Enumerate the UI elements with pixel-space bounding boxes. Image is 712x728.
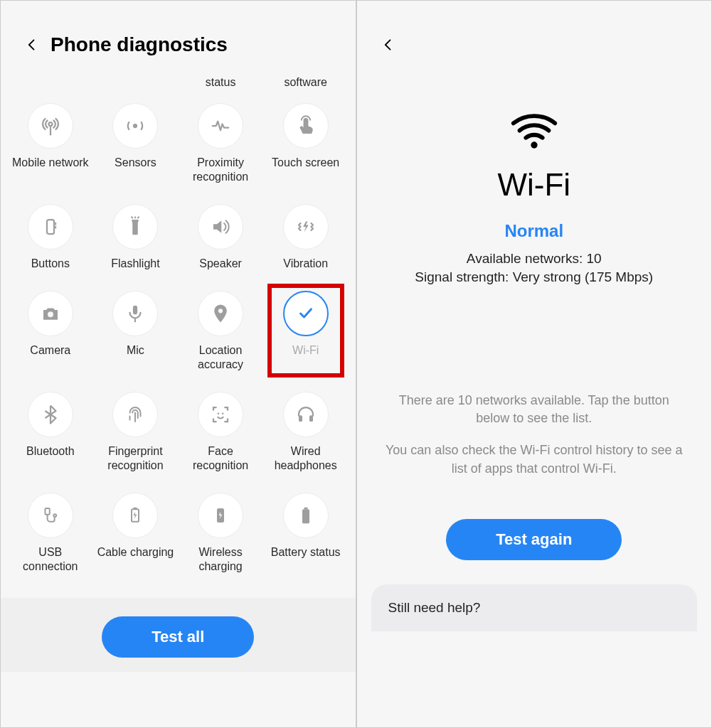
diag-label: Touch screen	[272, 156, 339, 170]
diag-sensors[interactable]: Sensors	[93, 103, 179, 184]
usb-icon	[28, 493, 73, 538]
svg-rect-5	[133, 306, 137, 315]
diag-cable-charging[interactable]: Cable charging	[93, 493, 179, 574]
diagnostics-grid: Mobile network Sensors Proximity recogni…	[1, 103, 356, 574]
svg-point-12	[53, 514, 56, 517]
partial-label: status	[178, 76, 263, 89]
diag-label: Wired headphones	[267, 444, 345, 473]
cable-charging-icon	[112, 493, 158, 538]
diag-label: Bluetooth	[26, 444, 75, 459]
wireless-charging-icon	[198, 493, 243, 538]
test-again-button[interactable]: Test again	[446, 519, 622, 560]
diag-face[interactable]: Face recognition	[178, 392, 263, 473]
diag-flashlight[interactable]: Flashlight	[93, 204, 179, 271]
test-all-button[interactable]: Test all	[102, 616, 254, 658]
partial-label	[93, 76, 179, 89]
signal-strength: Signal strength: Very strong (175 Mbps)	[415, 269, 653, 285]
diag-label: Sensors	[115, 156, 156, 170]
diag-usb[interactable]: USB connection	[8, 493, 93, 574]
diag-mic[interactable]: Mic	[93, 291, 179, 372]
proximity-icon	[198, 103, 243, 149]
location-icon	[198, 291, 243, 336]
svg-rect-1	[47, 220, 54, 234]
back-button[interactable]	[374, 31, 403, 59]
vibration-icon	[283, 204, 329, 250]
chevron-left-icon	[381, 38, 395, 52]
mic-icon	[112, 291, 158, 336]
header	[357, 1, 712, 76]
diag-label: Wireless charging	[181, 545, 260, 574]
diag-label: Face recognition	[181, 444, 260, 473]
svg-rect-17	[304, 508, 307, 510]
flashlight-icon	[112, 204, 158, 250]
diagnostics-list-panel: Phone diagnostics status software Mobile…	[0, 0, 356, 728]
svg-point-8	[222, 413, 224, 415]
diag-label: Battery status	[271, 545, 341, 560]
diag-label: Vibration	[283, 257, 328, 271]
sensors-icon	[112, 103, 158, 149]
fingerprint-icon	[112, 392, 158, 437]
camera-icon	[28, 291, 73, 336]
partial-label: software	[263, 76, 349, 89]
detail-title: Wi-Fi	[497, 167, 570, 203]
diag-wireless-charging[interactable]: Wireless charging	[178, 493, 263, 574]
svg-point-7	[218, 413, 220, 415]
wifi-detail-panel: Wi-Fi Normal Available networks: 10 Sign…	[356, 0, 713, 728]
svg-point-18	[531, 141, 537, 148]
help-card[interactable]: Still need help?	[371, 584, 698, 631]
diag-label: Flashlight	[111, 257, 159, 271]
svg-rect-9	[299, 415, 302, 422]
detail-content: Wi-Fi Normal Available networks: 10 Sign…	[357, 76, 712, 560]
diag-battery[interactable]: Battery status	[263, 493, 349, 574]
hint-text-1: There are 10 networks available. Tap the…	[386, 392, 684, 427]
footer: Test all	[1, 598, 356, 672]
antenna-icon	[28, 103, 73, 149]
diag-label: Buttons	[31, 257, 70, 271]
diag-bluetooth[interactable]: Bluetooth	[8, 392, 93, 473]
battery-icon	[283, 493, 329, 538]
svg-rect-3	[55, 226, 56, 229]
page-title: Phone diagnostics	[51, 33, 228, 56]
diag-buttons[interactable]: Buttons	[8, 204, 93, 271]
svg-rect-2	[55, 223, 56, 225]
diag-headphones[interactable]: Wired headphones	[263, 392, 349, 473]
speaker-icon	[198, 204, 243, 250]
svg-point-6	[218, 309, 223, 313]
phone-buttons-icon	[28, 204, 73, 250]
diag-label: Location accuracy	[181, 343, 260, 372]
diag-mobile-network[interactable]: Mobile network	[8, 103, 93, 184]
svg-rect-16	[302, 509, 309, 523]
svg-rect-10	[309, 415, 313, 422]
diag-camera[interactable]: Camera	[8, 291, 93, 372]
headphones-icon	[283, 392, 329, 437]
face-icon	[198, 392, 243, 437]
diag-proximity[interactable]: Proximity recognition	[178, 103, 263, 184]
diag-wifi[interactable]: Wi-Fi	[263, 291, 349, 372]
diag-label: Camera	[30, 343, 70, 358]
back-button[interactable]	[18, 31, 46, 59]
diag-label: Cable charging	[97, 545, 174, 560]
diag-vibration[interactable]: Vibration	[263, 204, 349, 271]
diag-speaker[interactable]: Speaker	[178, 204, 263, 271]
partial-label-row: status software	[1, 76, 356, 103]
svg-point-0	[133, 124, 137, 128]
diag-label: Fingerprint recognition	[96, 444, 174, 473]
available-networks: Available networks: 10	[467, 251, 602, 267]
chevron-left-icon	[25, 38, 39, 52]
header: Phone diagnostics	[1, 1, 356, 76]
diag-location[interactable]: Location accuracy	[178, 291, 263, 372]
diag-label: Mic	[127, 343, 144, 358]
diag-label: Mobile network	[12, 156, 89, 170]
diag-touch[interactable]: Touch screen	[263, 103, 349, 184]
button-wrap: Test again	[446, 519, 622, 560]
diag-label: Proximity recognition	[181, 156, 260, 184]
touch-icon	[283, 103, 329, 149]
diag-fingerprint[interactable]: Fingerprint recognition	[93, 392, 179, 473]
partial-label	[8, 76, 93, 89]
status-text: Normal	[504, 221, 563, 241]
diag-label: Speaker	[199, 257, 242, 271]
check-icon	[283, 291, 329, 336]
wifi-icon	[506, 110, 563, 153]
diag-label: USB connection	[11, 545, 90, 574]
help-text: Still need help?	[388, 600, 481, 615]
